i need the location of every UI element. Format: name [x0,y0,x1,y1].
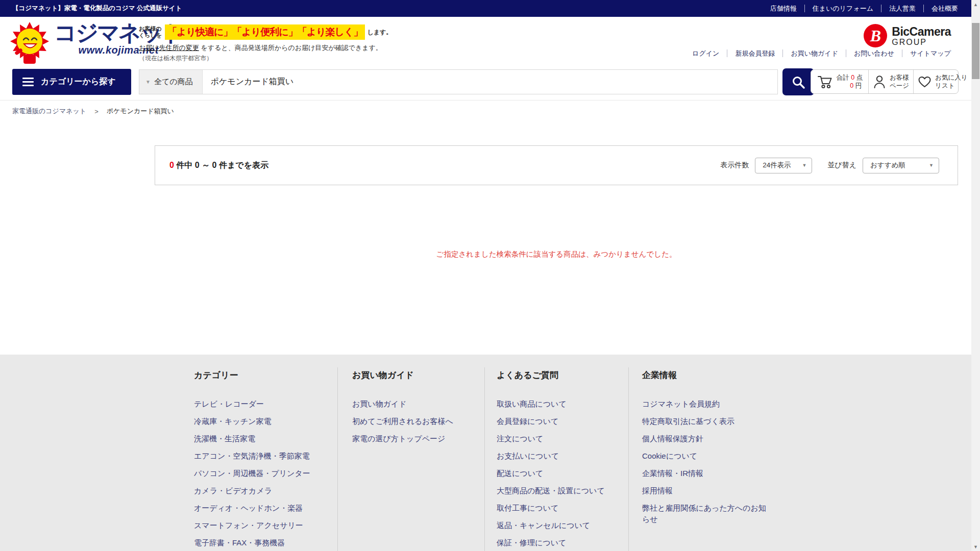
user-icon [873,74,886,89]
favorites-label-line2: リスト [935,82,967,90]
result-count-number: 0 [169,161,174,169]
sort-select[interactable]: おすすめ順 ▼ [863,158,939,173]
footer-link[interactable]: 取扱い商品について [497,398,620,410]
footer-link[interactable]: 返品・キャンセルについて [497,520,620,531]
footer-link[interactable]: テレビ・レコーダー [194,398,328,410]
cart-button[interactable]: 合計 0 点 0 円 [811,70,868,93]
sort-value: おすすめ順 [870,161,905,170]
header-nav-link[interactable]: お買い物ガイド [782,49,846,57]
topbar-link[interactable]: 法人営業 [881,5,923,12]
favorites-label: お気に入り リスト [935,73,967,90]
footer-link-list: テレビ・レコーダー冷蔵庫・キッチン家電洗濯機・生活家電エアコン・空気清浄機・季節… [194,398,328,548]
header-nav-link[interactable]: ログイン [684,49,727,57]
result-count-text: 件中 0 ～ 0 件までを表示 [176,161,268,169]
search-scope-label: 全ての商品 [154,77,193,87]
category-menu-button[interactable]: カテゴリーから探す [12,69,131,95]
cart-total-label: 合計 [837,74,849,81]
header-nav-link[interactable]: 新規会員登録 [727,49,782,57]
tagline-prefix-line2: くらしを [139,32,162,39]
footer-link[interactable]: 注文について [497,433,620,444]
search-submit-button[interactable] [782,68,814,95]
site-footer: カテゴリーテレビ・レコーダー冷蔵庫・キッチン家電洗濯機・生活家電エアコン・空気清… [0,355,971,551]
footer-link[interactable]: お買い物ガイド [352,398,476,410]
topbar-link[interactable]: 住まいのリフォーム [804,5,881,12]
site-title: 【コジマネット】家電・電化製品のコジマ 公式通販サイト [12,4,182,13]
delivery-current-location: （現在は栃木県宇都宮市） [139,54,392,63]
cart-icon [817,74,833,89]
topbar-link[interactable]: 店舗情報 [763,5,804,12]
footer-link[interactable]: 初めてご利用されるお客様へ [352,416,476,427]
no-results-message: ご指定されました検索条件に該当する商品は、みつかりませんでした。 [155,249,958,259]
scroll-up-icon[interactable]: ▲ [971,0,980,9]
footer-link[interactable]: スマートフォン・アクセサリー [194,520,328,531]
favorites-button[interactable]: お気に入り リスト [913,70,971,93]
results-toolbar: 0 件中 0 ～ 0 件までを表示 表示件数 24件表示 ▼ 並び替え おすすめ… [155,145,958,185]
search-input[interactable] [203,70,777,94]
result-count: 0 件中 0 ～ 0 件までを表示 [169,160,268,171]
footer-link[interactable]: 洗濯機・生活家電 [194,433,328,444]
search-box: ▼ 全ての商品 [139,69,778,94]
footer-column: 企業情報コジマネット会員規約特定商取引法に基づく表示個人情報保護方針Cookie… [642,370,770,531]
footer-link[interactable]: お支払いについて [497,450,620,462]
account-page-button[interactable]: お客様 ページ [868,70,913,93]
footer-link[interactable]: 配送について [497,468,620,479]
per-page-value: 24件表示 [763,161,791,170]
result-controls: 表示件数 24件表示 ▼ 並び替え おすすめ順 ▼ [720,158,939,173]
footer-link[interactable]: 個人情報保護方針 [642,433,770,444]
footer-link[interactable]: パソコン・周辺機器・プリンター [194,468,328,479]
cart-amount: 0 [850,82,853,89]
vertical-scrollbar[interactable]: ▲ ▼ [971,0,980,551]
footer-link[interactable]: 家電の選び方トップページ [352,433,476,444]
footer-link[interactable]: 企業情報・IR情報 [642,468,770,479]
footer-link[interactable]: カメラ・ビデオカメラ [194,485,328,496]
footer-column-title: お買い物ガイド [352,370,476,381]
tagline-highlight: 「より快適に」「より便利に」「より楽しく」 [165,24,365,40]
footer-link[interactable]: オーディオ・ヘッドホン・楽器 [194,503,328,514]
cart-count-unit: 点 [856,74,863,81]
footer-column: お買い物ガイドお買い物ガイド初めてご利用されるお客様へ家電の選び方トップページ [352,370,476,450]
caret-down-icon: ▼ [802,163,806,168]
footer-link[interactable]: 会員登録について [497,416,620,427]
footer-link[interactable]: コジマネット会員規約 [642,398,770,410]
header-nav-links: ログイン新規会員登録お買い物ガイドお問い合わせサイトマップ [684,49,951,57]
header-tagline: お客様の くらしを 「より快適に」「より便利に」「より楽しく」 します。 お届け… [139,24,392,63]
breadcrumb-current: ポケモンカード箱買い [107,107,174,116]
scroll-down-icon[interactable]: ▼ [971,542,980,551]
scrollbar-thumb[interactable] [972,23,979,79]
footer-link[interactable]: 冷蔵庫・キッチン家電 [194,416,328,427]
footer-link[interactable]: Cookieについて [642,450,770,462]
cart-amount-unit: 円 [855,82,862,89]
search-scope-select[interactable]: ▼ 全ての商品 [139,70,203,94]
footer-link[interactable]: エアコン・空気清浄機・季節家電 [194,450,328,462]
biccamera-group: GROUP [892,38,951,46]
footer-link[interactable]: 取付工事について [497,503,620,514]
footer-link[interactable]: 電子辞書・FAX・事務機器 [194,537,328,548]
account-label-line1: お客様 [890,73,909,82]
biccamera-name: BicCamera [892,26,951,38]
tagline-prefix: お客様の くらしを [139,26,162,39]
header-nav-link[interactable]: サイトマップ [902,49,951,57]
footer-link[interactable]: 弊社と雇用関係にあった方へのお知らせ [642,503,770,525]
caret-down-icon: ▼ [145,79,151,85]
footer-column-title: カテゴリー [194,370,328,381]
footer-link[interactable]: 特定商取引法に基づく表示 [642,416,770,427]
header-nav-link[interactable]: お問い合わせ [846,49,902,57]
footer-divider [484,367,485,551]
topbar-link[interactable]: 会社概要 [923,5,958,12]
per-page-select[interactable]: 24件表示 ▼ [755,158,812,173]
footer-link-list: お買い物ガイド初めてご利用されるお客様へ家電の選び方トップページ [352,398,476,444]
biccamera-group-logo[interactable]: B BicCamera GROUP [864,24,951,47]
per-page-label: 表示件数 [720,161,749,170]
breadcrumb-separator: > [94,108,99,115]
biccamera-logo-text: BicCamera GROUP [892,26,951,46]
tagline-suffix: します。 [367,28,392,37]
footer-divider [628,367,629,551]
footer-link[interactable]: 採用情報 [642,485,770,496]
footer-link[interactable]: 保証・修理について [497,537,620,548]
footer-link[interactable]: 大型商品の配送・設置について [497,485,620,496]
cart-summary: 合計 0 点 0 円 [837,73,863,90]
footer-divider [337,367,338,551]
cart-count: 0 [851,74,854,81]
delivery-address-change-link[interactable]: お届け先住所の変更 [139,44,199,52]
breadcrumb-home-link[interactable]: 家電通販のコジマネット [12,107,86,116]
